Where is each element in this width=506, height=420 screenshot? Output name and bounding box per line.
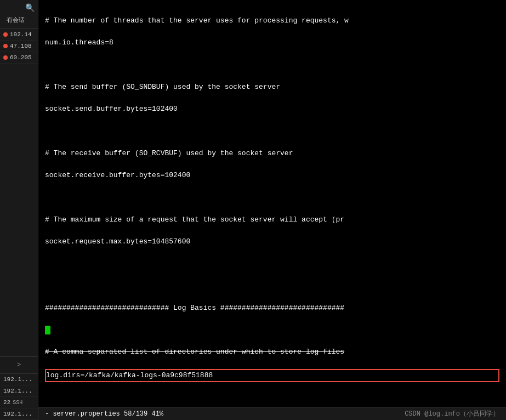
session-item-3[interactable]: 60.205 bbox=[0, 52, 38, 64]
code-line-7: # The maximum size of a request that the… bbox=[45, 214, 499, 225]
code-blank-5 bbox=[45, 281, 499, 292]
red-box-region: log.dirs=/kafka/kafka-logs-0a9c98f51888 bbox=[45, 369, 499, 382]
status-file-info: - server.properties 58/139 41% bbox=[45, 410, 163, 418]
code-line-11: log.dirs=/kafka/kafka-logs-0a9c98f51888 bbox=[46, 370, 498, 381]
sidebar-bottom: 192.1... 192.1... 22 SSH 192.1... bbox=[0, 373, 38, 420]
sidebar-top: 🔍 有会话 bbox=[0, 0, 38, 29]
code-content: # The number of threads that the server … bbox=[45, 4, 499, 407]
session-item-1[interactable]: 192.14 bbox=[0, 29, 38, 41]
session-label-1: 192.14 bbox=[10, 31, 32, 38]
session-dot-1 bbox=[3, 32, 8, 37]
expand-button[interactable]: > bbox=[0, 356, 38, 373]
session-label-3: 60.205 bbox=[10, 54, 32, 61]
cursor-block bbox=[45, 326, 50, 334]
bottom-label-1: 192.1... bbox=[3, 376, 32, 383]
session-item-2[interactable]: 47.108 bbox=[0, 41, 38, 52]
code-line-1: # The number of threads that the server … bbox=[45, 15, 499, 26]
bottom-label-2: 192.1... bbox=[3, 388, 32, 394]
code-blank-4 bbox=[45, 258, 499, 269]
session-label-2: 47.108 bbox=[10, 43, 32, 49]
bottom-item-4[interactable]: 192.1... bbox=[0, 408, 38, 420]
bottom-label-4: 192.1... bbox=[3, 411, 32, 417]
code-line-4: socket.send.buffer.bytes=102400 bbox=[45, 104, 499, 115]
sidebar: 🔍 有会话 192.14 47.108 60.205 > 192.1... 19… bbox=[0, 0, 38, 420]
code-line-10: # A comma separated list of directories … bbox=[45, 347, 499, 357]
status-bar: - server.properties 58/139 41% CSDN @log… bbox=[38, 407, 506, 420]
sidebar-title: 有会话 bbox=[3, 14, 35, 26]
code-line-3: # The send buffer (SO_SNDBUF) used by th… bbox=[45, 82, 499, 93]
bottom-item-2[interactable]: 192.1... bbox=[0, 385, 38, 397]
code-line-6: socket.receive.buffer.bytes=102400 bbox=[45, 170, 499, 181]
search-icon[interactable]: 🔍 bbox=[3, 2, 35, 14]
code-line-2: num.io.threads=8 bbox=[45, 37, 499, 48]
code-line-9: ############################# Log Basics… bbox=[45, 303, 499, 314]
editor-area[interactable]: # The number of threads that the server … bbox=[38, 0, 506, 407]
sidebar-sessions: 192.14 47.108 60.205 bbox=[0, 29, 38, 356]
bottom-type-3: SSH bbox=[13, 400, 22, 406]
code-line-cursor bbox=[45, 325, 499, 336]
code-blank-3 bbox=[45, 192, 499, 203]
code-blank-1 bbox=[45, 60, 499, 71]
code-line-5: # The receive buffer (SO_RCVBUF) used by… bbox=[45, 148, 499, 159]
main-area: # The number of threads that the server … bbox=[38, 0, 506, 420]
code-blank-2 bbox=[45, 126, 499, 137]
code-line-8: socket.request.max.bytes=104857600 bbox=[45, 236, 499, 247]
bottom-label-3: 22 bbox=[3, 399, 10, 406]
bottom-item-1[interactable]: 192.1... bbox=[0, 374, 38, 385]
code-blank-6 bbox=[45, 393, 499, 404]
session-dot-2 bbox=[3, 44, 8, 48]
bottom-item-3[interactable]: 22 SSH bbox=[0, 397, 38, 408]
status-attribution: CSDN @log.info（小吕同学） bbox=[405, 409, 499, 418]
expand-icon: > bbox=[17, 361, 21, 369]
session-dot-3 bbox=[3, 55, 8, 60]
strikethrough-comment: # A comma separated list of directories … bbox=[45, 348, 344, 356]
